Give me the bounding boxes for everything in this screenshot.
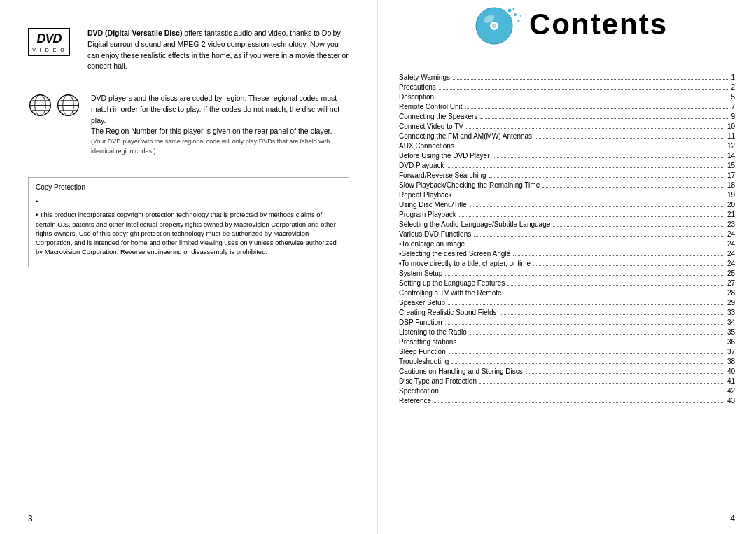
dvd-description: DVD (Digital Versatile Disc) offers fant… [88, 28, 349, 72]
contents-header: Contents [378, 3, 756, 45]
toc-page-number: 41 [727, 377, 735, 385]
toc-dots [465, 108, 729, 109]
dvd-logo: DVD V I D E O [28, 28, 77, 56]
svg-point-20 [511, 17, 512, 18]
toc-dots [479, 383, 724, 384]
toc-dots [451, 363, 724, 364]
toc-label: Presetting stations [399, 338, 456, 346]
toc-item: Before Using the DVD Player14 [399, 152, 735, 160]
region-text-3: (Your DVD player with the same regional … [91, 137, 349, 156]
toc-label: Speaker Setup [399, 299, 445, 307]
toc-dots [445, 324, 724, 325]
toc-item: Disc Type and Protection41 [399, 377, 735, 385]
globe-icon-2 [56, 93, 80, 118]
toc-item: Various DVD Functions24 [399, 230, 735, 238]
toc-item: Cautions on Handling and Storing Discs40 [399, 367, 735, 375]
toc-page-number: 33 [727, 309, 735, 316]
toc-dots [453, 79, 728, 80]
toc-page-number: 5 [731, 93, 735, 101]
toc-page-number: 2 [731, 83, 735, 91]
toc-item: •To enlarge an image24 [399, 240, 735, 248]
toc-item: Using Disc Menu/Title20 [399, 201, 735, 209]
region-text-1: DVD players and the discs are coded by r… [91, 93, 349, 126]
svg-point-16 [514, 13, 517, 16]
toc-item: AUX Connections12 [399, 142, 735, 150]
toc-item: Connecting the Speakers9 [399, 113, 735, 120]
toc-label: Selecting the Audio Language/Subtitle La… [399, 220, 550, 228]
toc-label: •To move directly to a title, chapter, o… [399, 260, 531, 267]
toc-page-number: 11 [727, 132, 735, 140]
toc-page-number: 24 [727, 260, 735, 267]
toc-dots [466, 128, 724, 129]
copy-protection-content: • • This product incorporates copyright … [36, 197, 342, 257]
toc-label: AUX Connections [399, 142, 454, 150]
toc-item: Presetting stations36 [399, 338, 735, 346]
page-number-right: 4 [730, 514, 735, 524]
toc-item: Precautions2 [399, 83, 735, 91]
toc-dots [457, 148, 724, 148]
toc-page-number: 34 [727, 318, 735, 326]
toc-label: Disc Type and Protection [399, 377, 477, 385]
toc-item: Connect Video to TV10 [399, 122, 735, 130]
contents-title: Contents [529, 8, 668, 41]
toc-item: Selecting the Audio Language/Subtitle La… [399, 220, 735, 228]
toc-label: Safety Warnings [399, 73, 450, 81]
toc-item: Creating Realistic Sound Fields33 [399, 309, 735, 316]
toc-page-number: 15 [727, 162, 735, 169]
toc-page-number: 17 [727, 171, 735, 179]
toc-page-number: 37 [727, 348, 735, 356]
toc-page-number: 7 [731, 103, 735, 111]
toc-dots [459, 216, 724, 217]
toc-label: Using Disc Menu/Title [399, 201, 467, 209]
toc-page-number: 29 [727, 299, 735, 307]
svg-point-18 [513, 8, 515, 10]
toc-item: Listening to the Radio35 [399, 328, 735, 336]
copy-protection-box: Copy Protection • • This product incorpo… [28, 177, 349, 267]
toc-item: Controlling a TV with the Remote28 [399, 289, 735, 297]
dvd-title: DVD (Digital Versatile Disc) [88, 29, 182, 37]
toc-label: Controlling a TV with the Remote [399, 289, 502, 297]
toc-dots [448, 304, 724, 305]
toc-dots [533, 265, 724, 266]
toc-dots [468, 246, 724, 246]
svg-point-13 [492, 24, 496, 28]
toc-dots [470, 334, 724, 335]
toc-label: •To enlarge an image [399, 240, 465, 248]
toc-item: Reference43 [399, 397, 735, 405]
svg-point-15 [508, 9, 512, 13]
toc-page-number: 35 [727, 328, 735, 336]
toc-item: DSP Function34 [399, 318, 735, 326]
svg-point-19 [520, 15, 522, 17]
toc-label: System Setup [399, 269, 442, 277]
toc-label: Slow Playback/Checking the Remaining Tim… [399, 181, 540, 189]
toc-label: Reference [399, 397, 431, 405]
toc-page-number: 25 [727, 269, 735, 277]
page-number-left: 3 [28, 514, 33, 524]
toc-dots [493, 157, 724, 158]
toc-label: Description [399, 93, 434, 101]
toc-page-number: 38 [727, 358, 735, 365]
toc-page-number: 40 [727, 367, 735, 375]
toc-dots [507, 285, 724, 286]
region-description: DVD players and the discs are coded by r… [91, 93, 349, 156]
toc-dots [505, 295, 724, 295]
toc-page-number: 20 [727, 201, 735, 209]
toc-dots [449, 353, 724, 354]
toc-label: Connect Video to TV [399, 122, 463, 130]
toc-item: Repeat Playback19 [399, 191, 735, 199]
toc-page-number: 12 [727, 142, 735, 150]
toc-item: Connecting the FM and AM(MW) Antennas11 [399, 132, 735, 140]
toc-label: Connecting the FM and AM(MW) Antennas [399, 132, 532, 140]
dvd-logo-text: DVD [36, 31, 61, 46]
toc-label: Sleep Function [399, 348, 446, 356]
toc-item: Specification42 [399, 387, 735, 395]
toc-label: DVD Playback [399, 162, 444, 169]
toc-page-number: 10 [727, 122, 735, 130]
toc-item: Slow Playback/Checking the Remaining Tim… [399, 181, 735, 189]
toc-page-number: 24 [727, 230, 735, 238]
toc-item: •Selecting the desired Screen Angle24 [399, 250, 735, 258]
toc-page-number: 27 [727, 279, 735, 287]
toc-page-number: 24 [727, 240, 735, 248]
toc-dots [553, 226, 724, 227]
toc-label: Connecting the Speakers [399, 113, 477, 120]
